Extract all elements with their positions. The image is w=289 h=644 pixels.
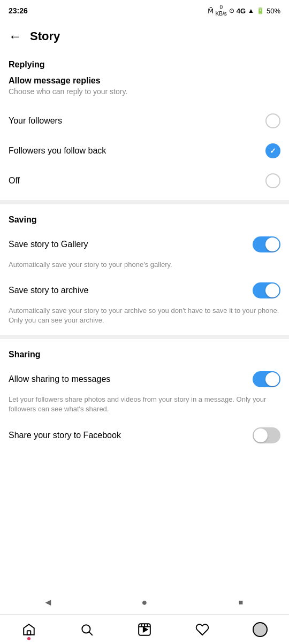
radio-your-followers[interactable] [265,113,280,128]
toggle-save-archive[interactable]: Save story to archive [0,275,289,306]
nav-home[interactable] [16,617,42,642]
page-title: Story [30,29,60,43]
save-archive-desc: Automatically save your story to your ar… [0,306,289,331]
toggle-share-facebook-switch[interactable] [253,427,280,443]
save-gallery-desc: Automatically save your story to your ph… [0,260,289,275]
nav-search[interactable] [74,617,100,642]
content-area: Replying Allow message replies Choose wh… [0,53,289,507]
svg-point-1 [82,625,90,633]
network-speed: 0KB/s [216,4,227,17]
share-messages-desc: Let your followers share photos and vide… [0,395,289,419]
battery-percent: 50% [267,7,280,15]
system-nav-bar: ◄ ● ■ [0,591,289,614]
option-followers-follow-back-label: Followers you follow back [9,146,265,156]
toggle-share-messages[interactable]: Allow sharing to messages [0,364,289,395]
option-off-label: Off [9,176,265,186]
allow-replies-title: Allow message replies [0,74,289,87]
search-icon [80,623,94,637]
wifi-icon: ⊙ [229,7,234,14]
save-archive-label: Save story to archive [9,286,253,295]
sys-nav-back[interactable]: ◄ [40,594,57,611]
divider-2 [0,335,289,339]
status-time: 23:26 [9,6,28,15]
toggle-save-gallery[interactable]: Save story to Gallery [0,229,289,260]
sys-nav-home[interactable]: ● [136,594,153,611]
toggle-share-facebook-knob [254,428,268,442]
radio-off[interactable] [265,173,280,188]
option-your-followers-label: Your followers [9,116,265,126]
toggle-share-facebook[interactable]: Share your story to Facebook [0,420,289,451]
toggle-save-archive-switch[interactable] [253,282,280,298]
svg-line-2 [89,632,93,635]
svg-rect-0 [27,631,31,635]
profile-avatar [253,622,268,637]
option-off[interactable]: Off [0,166,289,196]
sys-nav-recent[interactable]: ■ [232,594,249,611]
section-replying-label: Replying [0,53,289,74]
option-your-followers[interactable]: Your followers [0,106,289,136]
nav-reels[interactable] [132,617,157,642]
bottom-nav-bar [0,614,289,644]
svg-marker-4 [143,627,148,632]
home-notification-dot [27,637,31,640]
signal-icon: ▲ [248,7,254,14]
share-messages-label: Allow sharing to messages [9,374,253,384]
reels-icon [138,623,151,637]
toggle-save-gallery-switch[interactable] [253,236,280,252]
back-button[interactable]: ← [9,29,21,44]
battery-icon: 🔋 [256,7,264,14]
toggle-save-gallery-knob [265,237,279,251]
sys-home-icon: ● [142,597,148,608]
divider-1 [0,200,289,204]
nav-profile[interactable] [247,617,273,642]
carrier-icon: M̃ [208,7,214,15]
toggle-save-archive-knob [265,283,279,297]
radio-followers-follow-back[interactable] [265,143,280,158]
toggle-share-messages-switch[interactable] [253,371,280,387]
network-type: 4G [237,7,246,15]
sys-back-icon: ◄ [43,597,53,608]
sys-recent-icon: ■ [239,598,243,607]
option-followers-follow-back[interactable]: Followers you follow back [0,136,289,166]
status-bar: 23:26 M̃ 0KB/s ⊙ 4G ▲ 🔋 50% [0,0,289,19]
save-gallery-label: Save story to Gallery [9,240,253,249]
page-header: ← Story [0,19,289,53]
nav-activity[interactable] [189,617,215,642]
toggle-share-messages-knob [265,372,279,386]
section-sharing-label: Sharing [0,343,289,364]
heart-icon [195,623,209,637]
section-saving-label: Saving [0,209,289,229]
status-icons: M̃ 0KB/s ⊙ 4G ▲ 🔋 50% [208,4,280,17]
allow-replies-subtitle: Choose who can reply to your story. [0,87,289,106]
share-facebook-label: Share your story to Facebook [9,431,253,440]
home-icon [22,623,36,637]
